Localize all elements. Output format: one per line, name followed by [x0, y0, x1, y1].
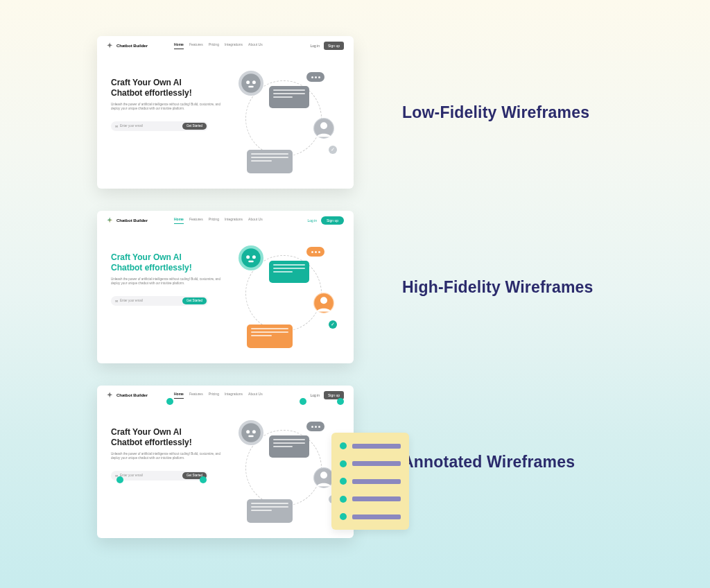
row-hifi: Chatbot Builder Home Features Pricing In…: [0, 211, 710, 363]
svg-point-2: [252, 80, 256, 84]
logo: Chatbot Builder: [107, 217, 148, 224]
nav-features[interactable]: Features: [189, 42, 203, 49]
svg-point-1: [246, 80, 250, 84]
annotation-marker: [166, 398, 173, 405]
nav-pricing[interactable]: Pricing: [209, 42, 219, 49]
mockup-annotated: Chatbot Builder Home Features Pricing In…: [97, 386, 354, 538]
email-capture: ✉ Enter your email Get Started: [111, 471, 208, 481]
hero: Craft Your Own AI Chatbot effortlessly! …: [111, 78, 225, 131]
nav-bar: Chatbot Builder Home Features Pricing In…: [97, 386, 354, 405]
svg-point-7: [246, 255, 250, 259]
svg-point-12: [241, 423, 261, 442]
email-field[interactable]: Enter your email: [120, 124, 182, 128]
hero: Craft Your Own AI Chatbot effortlessly! …: [111, 427, 225, 481]
nav-bar: Chatbot Builder Home Features Pricing In…: [97, 211, 354, 230]
illustration: ✓: [226, 417, 344, 528]
note-line: [352, 479, 401, 484]
email-field[interactable]: Enter your email: [120, 474, 182, 477]
svg-point-14: [252, 430, 256, 433]
check-icon: ✓: [329, 146, 337, 154]
svg-point-13: [246, 430, 250, 433]
nav-about[interactable]: About Us: [248, 42, 263, 49]
hero-title: Craft Your Own AI Chatbot effortlessly!: [111, 78, 225, 98]
nav-links: Home Features Pricing Integrations About…: [174, 42, 263, 49]
annotation-note-row: [340, 513, 401, 520]
chat-bubble: [247, 499, 293, 523]
chat-bubble: [247, 325, 293, 348]
svg-point-11: [320, 297, 327, 304]
annotation-note-row: [340, 496, 401, 503]
annotation-note-row: [340, 478, 401, 485]
user-avatar-icon: [313, 118, 334, 139]
svg-rect-15: [248, 435, 254, 438]
typing-dots-icon: [306, 422, 324, 431]
nav-about[interactable]: About Us: [248, 392, 263, 399]
envelope-icon: ✉: [115, 124, 118, 128]
label-hifi: High-Fidelity Wireframes: [402, 278, 594, 297]
svg-point-6: [241, 248, 261, 268]
sparkle-icon: [107, 42, 114, 49]
label-annotated: Annotated Wireframes: [402, 453, 575, 472]
nav-pricing[interactable]: Pricing: [209, 392, 219, 399]
typing-dots-icon: [306, 72, 324, 82]
nav-pricing[interactable]: Pricing: [209, 217, 219, 224]
annotation-note-card: [331, 433, 409, 530]
sparkle-icon: [107, 392, 114, 399]
brand-text: Chatbot Builder: [116, 44, 148, 48]
nav-home[interactable]: Home: [174, 392, 184, 399]
nav-integrations[interactable]: Integrations: [225, 392, 243, 399]
illustration: ✓: [226, 68, 344, 179]
mockup-lofi: Chatbot Builder Home Features Pricing In…: [97, 36, 354, 189]
nav-features[interactable]: Features: [189, 392, 203, 399]
bullet-icon: [340, 478, 347, 485]
hero-title: Craft Your Own AI Chatbot effortlessly!: [111, 427, 225, 448]
chat-bubble: [269, 261, 309, 283]
annotation-note-row: [340, 442, 401, 449]
nav-links: Home Features Pricing Integrations About…: [174, 217, 263, 224]
nav-home[interactable]: Home: [174, 217, 184, 224]
login-link[interactable]: Log in: [307, 218, 317, 223]
svg-point-17: [320, 472, 327, 478]
nav-links: Home Features Pricing Integrations About…: [174, 392, 263, 399]
note-line: [352, 496, 401, 501]
note-line: [352, 444, 401, 449]
nav-integrations[interactable]: Integrations: [225, 217, 243, 224]
hero-subtitle: Unleash the power of artificial intellig…: [111, 103, 225, 112]
mockup-hifi: Chatbot Builder Home Features Pricing In…: [97, 211, 354, 363]
signup-button[interactable]: Sign up: [324, 42, 344, 50]
bullet-icon: [340, 496, 347, 503]
email-capture: ✉ Enter your email Get Started: [111, 296, 208, 306]
robot-avatar-icon: [239, 245, 263, 270]
note-line: [352, 461, 401, 466]
user-avatar-icon: [313, 293, 334, 313]
chat-bubble: [269, 86, 309, 108]
nav-home[interactable]: Home: [174, 42, 184, 49]
email-capture: ✉ Enter your email Get Started: [111, 121, 208, 131]
bullet-icon: [340, 513, 347, 520]
get-started-button[interactable]: Get Started: [182, 123, 207, 130]
svg-rect-9: [248, 261, 254, 263]
brand-text: Chatbot Builder: [116, 393, 148, 397]
row-lofi: Chatbot Builder Home Features Pricing In…: [0, 36, 710, 189]
nav-features[interactable]: Features: [189, 217, 203, 224]
robot-avatar-icon: [239, 420, 263, 445]
annotation-note-row: [340, 460, 401, 467]
nav-about[interactable]: About Us: [248, 217, 263, 224]
signup-button[interactable]: Sign up: [321, 216, 344, 225]
login-link[interactable]: Log in: [310, 44, 320, 48]
get-started-button[interactable]: Get Started: [182, 297, 207, 304]
nav-integrations[interactable]: Integrations: [225, 42, 243, 49]
svg-rect-3: [248, 86, 254, 88]
bullet-icon: [340, 442, 347, 449]
email-field[interactable]: Enter your email: [120, 299, 182, 302]
note-line: [352, 514, 401, 519]
annotation-marker: [300, 398, 306, 405]
brand-text: Chatbot Builder: [116, 218, 148, 223]
sparkle-icon: [107, 217, 114, 224]
label-lofi: Low-Fidelity Wireframes: [402, 103, 589, 122]
logo: Chatbot Builder: [107, 392, 148, 399]
envelope-icon: ✉: [115, 299, 118, 303]
hero-subtitle: Unleash the power of artificial intellig…: [111, 452, 225, 461]
login-link[interactable]: Log in: [310, 393, 320, 397]
hero-subtitle: Unleash the power of artificial intellig…: [111, 277, 225, 286]
